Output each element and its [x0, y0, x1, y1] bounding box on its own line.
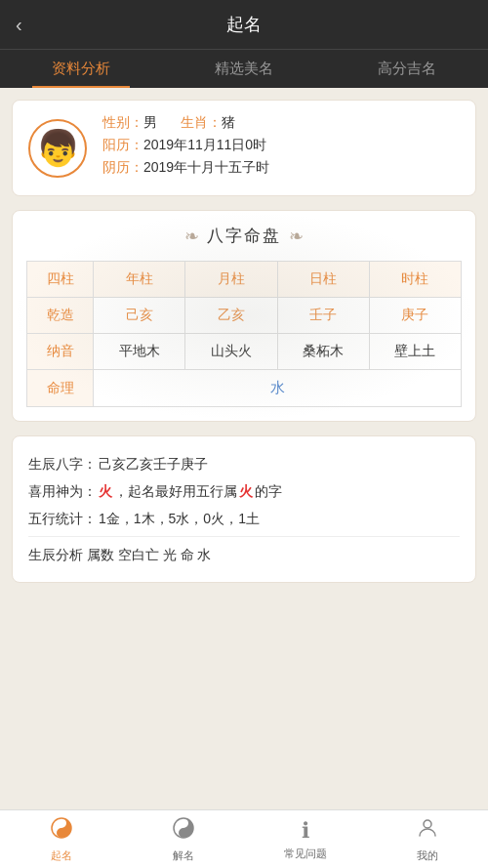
xiyong-mid: ，起名最好用五行属 [114, 477, 237, 505]
wuxing-value: 1金，1木，5水，0火，1土 [99, 505, 260, 532]
jiemi-icon [172, 816, 195, 846]
nav-wode[interactable]: 我的 [366, 810, 488, 868]
info-row-yangli: 阳历：2019年11月11日0时 [102, 137, 460, 154]
bazi-cell-pingdemu: 平地木 [94, 334, 185, 370]
wode-icon [416, 816, 439, 846]
xiyong-end: 的字 [255, 477, 282, 505]
bazi-row-qianzao: 乾造 己亥 乙亥 壬子 庚子 [27, 298, 462, 334]
desc-section: 生辰八字： 己亥乙亥壬子庚子 喜用神为： 火 ，起名最好用五行属 火 的字 五行… [12, 435, 476, 583]
info-card: 👦 性别：男 生肖：猪 阳历：2019年11月11日0时 阴历：2019年十月十… [12, 100, 476, 196]
bazi-cell-yixu: 乙亥 [185, 298, 277, 334]
nav-qiming-label: 起名 [51, 848, 72, 863]
header: ‹ 起名 [0, 0, 488, 49]
info-row-yinli: 阴历：2019年十月十五子时 [102, 159, 460, 177]
bazi-cell-shantouhe: 山头火 [185, 334, 277, 370]
shengchen-label: 生辰八字： [28, 450, 97, 477]
bazi-cell-gengzi: 庚子 [369, 298, 461, 334]
bazi-col-rizhu: 日柱 [277, 262, 369, 298]
avatar-icon: 👦 [36, 128, 80, 169]
bazi-title: 八字命盘 [207, 225, 281, 247]
page-title: 起名 [226, 13, 262, 36]
bazi-cell-sangzhemu: 桑柘木 [277, 334, 369, 370]
bazi-title-row: ❧ 八字命盘 ❧ [26, 225, 462, 247]
bazi-header-row: 四柱 年柱 月柱 日柱 时柱 [27, 262, 462, 298]
avatar: 👦 [28, 119, 87, 178]
back-button[interactable]: ‹ [16, 14, 22, 36]
svg-point-5 [182, 831, 185, 835]
bazi-label-nayin: 纳音 [27, 334, 94, 370]
bazi-row-mingli: 命理 水 [27, 370, 462, 407]
bazi-label-mingli: 命理 [27, 370, 94, 407]
bazi-ornament-left: ❧ [184, 226, 199, 247]
bazi-col-shizhu: 时柱 [369, 262, 461, 298]
svg-point-1 [60, 821, 63, 825]
tab-bar: 资料分析 精选美名 高分吉名 [0, 49, 488, 88]
partial-row: 生辰分析 属数 空白亡 光 命 水 [28, 541, 460, 568]
xiyong-fire1: 火 [99, 477, 112, 505]
wuxing-row: 五行统计： 1金，1木，5水，0火，1土 [28, 505, 460, 532]
bazi-col-yuezhu: 月柱 [185, 262, 277, 298]
bazi-col-sizhu: 四柱 [27, 262, 94, 298]
svg-point-6 [424, 820, 431, 828]
xiyong-fire2: 火 [239, 477, 253, 505]
bazi-section: ❧ 八字命盘 ❧ 四柱 年柱 月柱 日柱 时柱 乾造 己亥 乙亥 壬子 庚子 纳… [12, 210, 476, 422]
info-text: 性别：男 生肖：猪 阳历：2019年11月11日0时 阴历：2019年十月十五子… [102, 114, 460, 182]
info-row-gender: 性别：男 生肖：猪 [102, 114, 460, 132]
bazi-cell-shui: 水 [94, 370, 462, 407]
bazi-table: 四柱 年柱 月柱 日柱 时柱 乾造 己亥 乙亥 壬子 庚子 纳音 平地木 山头火… [26, 261, 462, 407]
shengxiao-label: 生肖：猪 [181, 114, 235, 132]
nav-changjian-label: 常见问题 [284, 847, 327, 861]
desc-divider [28, 536, 460, 537]
bazi-ornament-right: ❧ [289, 226, 304, 247]
partial-text: 生辰分析 属数 空白亡 光 命 水 [28, 541, 211, 568]
xiyong-label: 喜用神为： [28, 477, 97, 505]
bazi-col-nianzhu: 年柱 [94, 262, 185, 298]
content-area: 👦 性别：男 生肖：猪 阳历：2019年11月11日0时 阴历：2019年十月十… [0, 88, 488, 806]
svg-point-2 [60, 831, 63, 835]
changjian-icon: ℹ [302, 818, 309, 844]
nav-wode-label: 我的 [417, 848, 438, 863]
tab-jingxuan[interactable]: 精选美名 [163, 50, 326, 88]
xiyong-row: 喜用神为： 火 ，起名最好用五行属 火 的字 [28, 477, 460, 505]
svg-point-4 [182, 821, 185, 825]
gender-label: 性别：男 [102, 114, 157, 132]
yangli-field: 阳历：2019年11月11日0时 [102, 137, 266, 154]
shengchen-value: 己亥乙亥壬子庚子 [99, 450, 208, 477]
bazi-row-nayin: 纳音 平地木 山头火 桑柘木 壁上土 [27, 334, 462, 370]
tab-gaoji[interactable]: 高分吉名 [325, 50, 488, 88]
wuxing-label: 五行统计： [28, 505, 97, 532]
nav-changjian[interactable]: ℹ 常见问题 [244, 810, 366, 868]
bottom-nav: 起名 解名 ℹ 常见问题 我的 [0, 809, 488, 868]
bazi-cell-bishangtu: 壁上土 [369, 334, 461, 370]
bazi-cell-jixu: 己亥 [94, 298, 185, 334]
yinli-field: 阴历：2019年十月十五子时 [102, 159, 269, 177]
nav-jiemi-label: 解名 [173, 848, 194, 863]
nav-qiming[interactable]: 起名 [0, 810, 122, 868]
tab-ziliao[interactable]: 资料分析 [0, 50, 163, 88]
qiming-icon [50, 816, 73, 846]
nav-jiemi[interactable]: 解名 [122, 810, 244, 868]
bazi-cell-renzi: 壬子 [277, 298, 369, 334]
shengchen-row: 生辰八字： 己亥乙亥壬子庚子 [28, 450, 460, 477]
bazi-label-qianzao: 乾造 [27, 298, 94, 334]
